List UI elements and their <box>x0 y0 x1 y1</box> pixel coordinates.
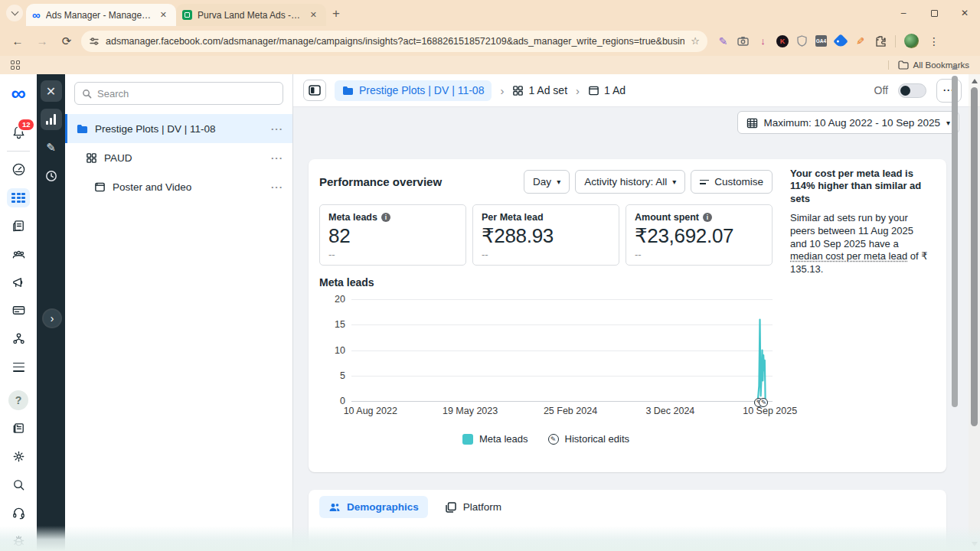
campaign-search-input[interactable]: Search <box>74 82 283 105</box>
apps-grid-icon[interactable] <box>11 60 20 70</box>
shield-extension-icon[interactable] <box>795 34 808 47</box>
legend-historical-edits: ✎Historical edits <box>548 433 630 445</box>
adset-row[interactable]: PAUD ··· <box>65 143 292 172</box>
sidebar-item-events-manager[interactable] <box>7 329 30 349</box>
row-menu-icon[interactable]: ··· <box>271 181 283 193</box>
tab-close-icon[interactable]: ✕ <box>307 8 320 21</box>
metric-delta: -- <box>635 249 763 260</box>
browser-menu-icon[interactable]: ⋮ <box>926 35 942 47</box>
close-panel-button[interactable]: ✕ <box>41 80 62 102</box>
sidebar-item-ads-manager[interactable] <box>7 188 30 208</box>
x-tick-label: 10 Aug 2022 <box>344 406 397 416</box>
ad-row[interactable]: Poster and Video ··· <box>65 172 292 201</box>
toggle-side-panel-button[interactable] <box>303 80 326 101</box>
tab-demographics[interactable]: Demographics <box>319 496 428 518</box>
downloader-extension-icon[interactable]: ↓ <box>756 34 769 47</box>
minimize-button[interactable]: – <box>888 0 919 26</box>
sidebar-item-settings[interactable] <box>7 446 30 466</box>
row-menu-icon[interactable]: ··· <box>271 152 283 164</box>
date-range-selector[interactable]: Maximum: 10 Aug 2022 - 10 Sep 2025 ▾ <box>737 111 959 134</box>
ads-manager-app: ∞ 12 ? <box>0 74 980 551</box>
sidebar-item-account-overview[interactable] <box>7 160 30 180</box>
headset-icon <box>11 506 26 520</box>
browser-tab-sheets[interactable]: Purva Land Meta Ads - Google ✕ <box>176 4 326 26</box>
pen-extension-icon[interactable]: ✎ <box>717 34 730 47</box>
scrollbar-thumb[interactable] <box>952 76 958 407</box>
ga4-extension-icon[interactable]: GA4 <box>815 35 827 47</box>
extensions-puzzle-icon[interactable] <box>874 34 887 47</box>
info-icon[interactable]: i <box>381 213 390 222</box>
customise-button[interactable]: Customise <box>691 170 773 194</box>
activity-history-dropdown[interactable]: Activity history: All▾ <box>575 170 685 194</box>
tab-close-icon[interactable]: ✕ <box>157 8 170 21</box>
panel-layout-icon <box>309 85 321 96</box>
url-text[interactable]: adsmanager.facebook.com/adsmanager/manag… <box>106 36 684 47</box>
back-button[interactable]: ← <box>8 31 28 51</box>
info-icon[interactable]: i <box>703 213 712 222</box>
insights-chart-button[interactable] <box>41 109 62 130</box>
notifications-button[interactable]: 12 <box>7 122 30 142</box>
sidebar-item-audiences[interactable] <box>7 244 30 264</box>
browser-scrollbar[interactable] <box>969 74 980 551</box>
campaign-status-toggle[interactable] <box>898 83 926 98</box>
site-info-icon[interactable] <box>89 36 100 47</box>
sidebar-item-advertising[interactable] <box>7 272 30 292</box>
profile-avatar[interactable] <box>904 34 919 48</box>
sidebar-item-search[interactable] <box>7 474 30 494</box>
campaign-row[interactable]: Prestige Plots | DV | 11-08 ··· <box>65 114 292 143</box>
sidebar-item-billing[interactable] <box>7 301 30 321</box>
sidebar-item-all-tools[interactable] <box>7 357 30 377</box>
x-tick-label: 19 May 2023 <box>443 406 498 416</box>
header-right-controls: Off ··· <box>874 79 962 103</box>
org-chart-icon <box>11 331 26 346</box>
chart-section: Performance overview Day▾ Activity histo… <box>309 159 783 472</box>
content-scrollbar[interactable] <box>951 65 959 528</box>
metric-label: Per Meta lead <box>482 212 544 223</box>
bookmark-star-icon[interactable]: ☆ <box>691 35 700 47</box>
day-dropdown[interactable]: Day▾ <box>524 170 570 194</box>
teal-swatch-icon <box>462 434 473 445</box>
campaign-label: Prestige Plots | DV | 11-08 <box>95 123 216 135</box>
scroll-down-icon[interactable] <box>972 542 978 546</box>
history-button[interactable] <box>41 165 62 187</box>
breadcrumb-ad[interactable]: 1 Ad <box>588 84 626 96</box>
breadcrumb-campaign-chip[interactable]: Prestige Plots | DV | 11-08 <box>335 80 492 101</box>
meta-logo[interactable]: ∞ <box>7 83 30 103</box>
sidebar-item-report-bug[interactable] <box>7 531 30 551</box>
all-bookmarks-label: All Bookmarks <box>913 60 970 70</box>
megaphone-icon <box>11 276 26 290</box>
forward-button[interactable]: → <box>32 31 52 51</box>
reload-button[interactable]: ⟳ <box>57 31 77 51</box>
sidebar-item-support[interactable] <box>7 503 30 523</box>
sidebar-item-ads-reporting[interactable] <box>7 216 30 236</box>
scroll-up-icon[interactable] <box>952 65 958 70</box>
breadcrumb-adset[interactable]: 1 Ad set <box>512 84 567 96</box>
brush-extension-icon[interactable]: ✎ <box>854 34 867 47</box>
tab-platform[interactable]: Platform <box>436 496 511 518</box>
hamburger-icon <box>13 363 24 372</box>
maximize-button[interactable] <box>919 0 949 26</box>
help-button[interactable]: ? <box>7 390 30 410</box>
tag-extension-icon[interactable] <box>834 34 847 47</box>
glossary-term-link[interactable]: median cost per meta lead <box>790 250 907 262</box>
scrollbar-thumb[interactable] <box>971 87 978 426</box>
browser-tab-ads-manager[interactable]: ∞ Ads Manager - Manage ads - C ✕ <box>26 4 176 26</box>
camera-extension-icon[interactable] <box>737 34 750 47</box>
folder-icon <box>898 60 909 70</box>
close-window-button[interactable]: ✕ <box>949 0 980 26</box>
tab-search-chevron-button[interactable] <box>6 5 23 21</box>
breadcrumb-campaign-label: Prestige Plots | DV | 11-08 <box>359 84 484 96</box>
expand-panel-button[interactable]: › <box>44 310 60 327</box>
edit-button[interactable]: ✎ <box>41 137 62 158</box>
ad-icon <box>94 181 106 193</box>
k-extension-icon[interactable]: K <box>776 35 789 47</box>
x-tick-label: 3 Dec 2024 <box>645 406 694 416</box>
help-icon: ? <box>8 390 28 410</box>
url-bar[interactable]: adsmanager.facebook.com/adsmanager/manag… <box>81 31 707 52</box>
row-menu-icon[interactable]: ··· <box>271 123 283 135</box>
legend-meta-leads: Meta leads <box>462 433 528 445</box>
campaign-status-label: Off <box>874 84 888 96</box>
sidebar-item-updates[interactable] <box>7 419 30 439</box>
scroll-up-icon[interactable] <box>972 79 978 83</box>
new-tab-button[interactable]: + <box>332 6 340 21</box>
